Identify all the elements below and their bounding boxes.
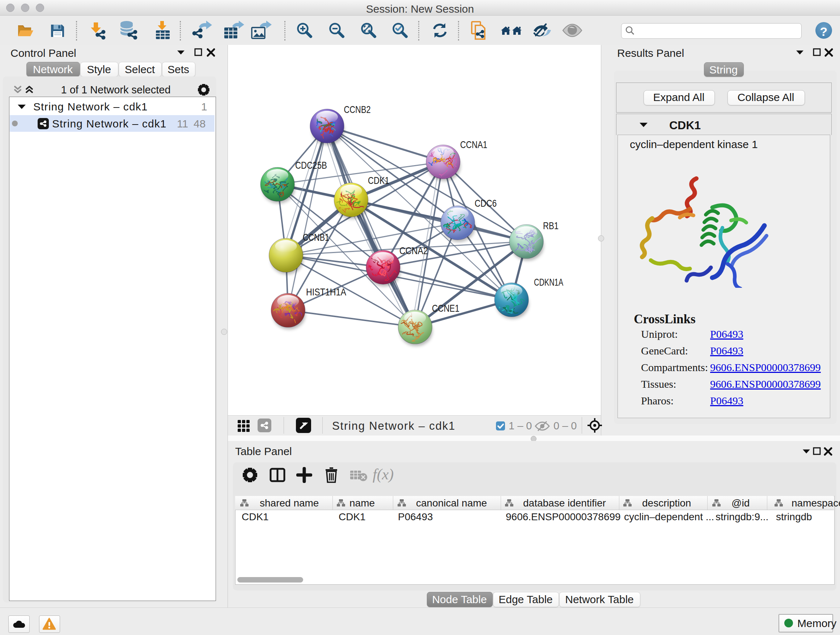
svg-text:CCNB2: CCNB2: [344, 104, 371, 115]
svg-text:CDK1: CDK1: [368, 175, 389, 186]
svg-text:CDC25B: CDC25B: [295, 160, 327, 171]
svg-text:CCNA2: CCNA2: [399, 245, 428, 256]
svg-text:CDC6: CDC6: [475, 198, 497, 209]
svg-text:RB1: RB1: [543, 220, 559, 231]
svg-text:CCNA1: CCNA1: [460, 139, 487, 150]
svg-text:CCNB1: CCNB1: [303, 232, 329, 243]
svg-text:CCNE1: CCNE1: [432, 302, 459, 314]
svg-text:CDKN1A: CDKN1A: [534, 277, 563, 288]
svg-text:HIST1H1A: HIST1H1A: [306, 287, 346, 298]
